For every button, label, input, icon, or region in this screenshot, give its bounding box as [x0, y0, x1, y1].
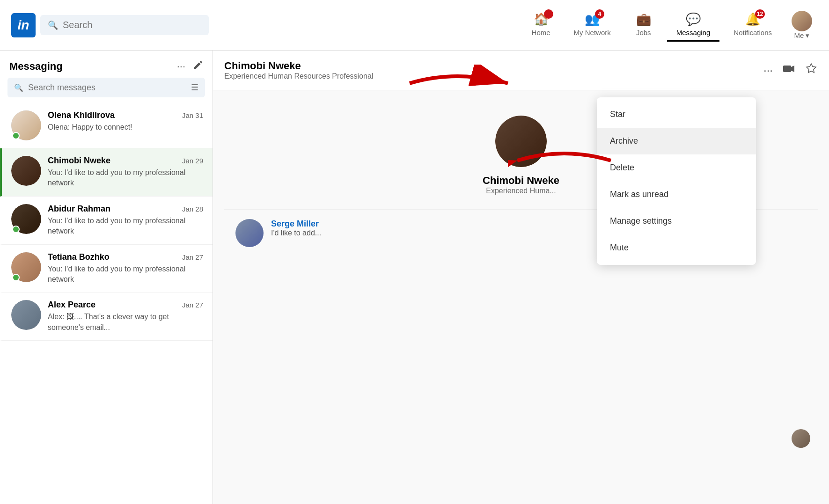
conversation-alex[interactable]: Alex Pearce Jan 27 Alex: 🖼.... That's a … — [0, 292, 213, 341]
avatar-chimobi — [11, 156, 41, 186]
nav-home[interactable]: 🏠 Home — [522, 8, 560, 42]
conversation-tetiana[interactable]: Tetiana Bozhko Jan 27 You: I'd like to a… — [0, 245, 213, 293]
online-indicator-olena — [12, 132, 20, 139]
sidebar-title: Messaging — [9, 60, 63, 73]
my-network-icon: 👥 4 — [585, 12, 600, 27]
conv-date-olena: Jan 31 — [182, 111, 203, 119]
home-badge — [544, 9, 553, 19]
conversation-olena[interactable]: Olena Khidiirova Jan 31 Olena: Happy to … — [0, 103, 213, 148]
nav-left: in 🔍 — [11, 13, 209, 37]
online-indicator-tetiana — [12, 274, 20, 281]
me-label-wrap: Me ▾ — [794, 31, 810, 40]
serge-name: Serge Miller — [271, 219, 321, 229]
sidebar-actions: ··· — [177, 60, 203, 73]
conv-content-alex: Alex Pearce Jan 27 Alex: 🖼.... That's a … — [48, 300, 203, 333]
nav-my-network-label: My Network — [574, 29, 611, 37]
chat-header: Chimobi Nweke Experienced Human Resource… — [213, 51, 829, 90]
avatar-wrap-alex — [11, 300, 41, 330]
conv-preview-chimobi: You: I'd like to add you to my professio… — [48, 168, 203, 189]
person-card-title: Experienced Huma... — [486, 187, 556, 195]
chat-contact-title: Experienced Human Resources Professional — [224, 72, 373, 80]
conversation-chimobi[interactable]: Chimobi Nweke Jan 29 You: I'd like to ad… — [0, 148, 213, 197]
conversations-list: Olena Khidiirova Jan 31 Olena: Happy to … — [0, 103, 213, 504]
conv-top-olena: Olena Khidiirova Jan 31 — [48, 110, 203, 120]
nav-messaging[interactable]: 💬 Messaging — [667, 8, 720, 42]
conv-date-abidur: Jan 28 — [182, 205, 203, 213]
nav-messaging-label: Messaging — [676, 29, 711, 37]
nav-me[interactable]: Me ▾ — [786, 7, 818, 44]
conv-preview-tetiana: You: I'd like to add you to my professio… — [48, 264, 203, 285]
avatar-wrap-abidur — [11, 204, 41, 234]
avatar-alex — [11, 300, 41, 330]
person-avatar-chimobi — [495, 116, 547, 167]
chat-area: Chimobi Nweke Experienced Human Resource… — [213, 51, 829, 504]
conv-top-chimobi: Chimobi Nweke Jan 29 — [48, 156, 203, 166]
avatar-serge — [235, 219, 264, 247]
me-label-text: Me — [794, 31, 804, 39]
main-content: Messaging ··· 🔍 ☰ — [0, 51, 829, 504]
star-chat-button[interactable] — [805, 62, 818, 78]
linkedin-logo[interactable]: in — [11, 13, 36, 37]
svg-marker-1 — [791, 66, 794, 72]
chat-contact-name: Chimobi Nweke — [224, 60, 373, 72]
search-messages-input[interactable] — [28, 83, 186, 93]
conv-date-chimobi: Jan 29 — [182, 157, 203, 165]
conv-content-chimobi: Chimobi Nweke Jan 29 You: I'd like to ad… — [48, 156, 203, 189]
avatar-wrap-tetiana — [11, 252, 41, 282]
nav-notifications[interactable]: 🔔 12 Notifications — [724, 8, 781, 42]
online-indicator-abidur — [12, 226, 20, 233]
menu-item-star[interactable]: Star — [597, 101, 756, 128]
serge-info: Serge Miller I'd like to add... — [271, 219, 321, 237]
menu-item-mute[interactable]: Mute — [597, 234, 756, 261]
top-navigation: in 🔍 🏠 Home 👥 4 My Network 💼 Jobs 💬 — [0, 0, 829, 51]
conv-name-alex: Alex Pearce — [48, 300, 95, 310]
search-messages-icon: 🔍 — [14, 83, 23, 92]
search-icon: 🔍 — [48, 20, 58, 30]
menu-item-manage-settings[interactable]: Manage settings — [597, 208, 756, 234]
conv-date-alex: Jan 27 — [182, 301, 203, 309]
menu-item-archive[interactable]: Archive — [597, 128, 756, 154]
conv-top-alex: Alex Pearce Jan 27 — [48, 300, 203, 310]
conversation-abidur[interactable]: Abidur Rahman Jan 28 You: I'd like to ad… — [0, 197, 213, 245]
menu-item-delete[interactable]: Delete — [597, 154, 756, 181]
nav-notifications-label: Notifications — [734, 29, 772, 37]
search-input[interactable] — [63, 20, 201, 30]
person-card-name: Chimobi Nweke — [483, 175, 559, 187]
svg-rect-0 — [783, 66, 791, 72]
nav-jobs[interactable]: 💼 Jobs — [625, 8, 662, 42]
nav-my-network[interactable]: 👥 4 My Network — [565, 8, 620, 42]
conv-content-tetiana: Tetiana Bozhko Jan 27 You: I'd like to a… — [48, 252, 203, 285]
me-chevron-icon: ▾ — [806, 31, 809, 40]
notifications-badge: 12 — [755, 9, 765, 19]
serge-msg: I'd like to add... — [271, 229, 321, 237]
more-options-button[interactable]: ··· — [177, 60, 185, 73]
video-call-button[interactable] — [782, 62, 795, 78]
nav-jobs-label: Jobs — [636, 29, 651, 37]
context-menu: Star Archive Delete Mark as unread Manag… — [597, 97, 756, 265]
search-messages-bar[interactable]: 🔍 ☰ — [7, 78, 205, 97]
compose-button[interactable] — [193, 60, 203, 73]
menu-item-mark-unread[interactable]: Mark as unread — [597, 181, 756, 208]
conv-name-abidur: Abidur Rahman — [48, 204, 110, 214]
conv-date-tetiana: Jan 27 — [182, 253, 203, 261]
chat-header-actions: ··· — [763, 62, 818, 78]
conv-content-olena: Olena Khidiirova Jan 31 Olena: Happy to … — [48, 110, 203, 132]
me-avatar — [792, 11, 812, 31]
home-icon: 🏠 — [534, 12, 549, 27]
notifications-icon: 🔔 12 — [745, 12, 760, 27]
messaging-sidebar: Messaging ··· 🔍 ☰ — [0, 51, 213, 504]
conv-content-abidur: Abidur Rahman Jan 28 You: I'd like to ad… — [48, 204, 203, 237]
conv-top-tetiana: Tetiana Bozhko Jan 27 — [48, 252, 203, 262]
chat-header-info: Chimobi Nweke Experienced Human Resource… — [224, 60, 373, 80]
conv-preview-olena: Olena: Happy to connect! — [48, 122, 203, 132]
jobs-icon: 💼 — [636, 12, 651, 27]
my-network-badge: 4 — [595, 9, 604, 19]
nav-right: 🏠 Home 👥 4 My Network 💼 Jobs 💬 Messaging… — [522, 7, 818, 44]
filter-icon[interactable]: ☰ — [191, 82, 198, 93]
search-bar[interactable]: 🔍 — [40, 15, 209, 35]
conv-name-chimobi: Chimobi Nweke — [48, 156, 110, 166]
conv-name-tetiana: Tetiana Bozhko — [48, 252, 110, 262]
more-options-chat-button[interactable]: ··· — [763, 64, 773, 77]
messaging-icon: 💬 — [686, 12, 701, 27]
conv-preview-alex: Alex: 🖼.... That's a clever way to get s… — [48, 312, 203, 333]
